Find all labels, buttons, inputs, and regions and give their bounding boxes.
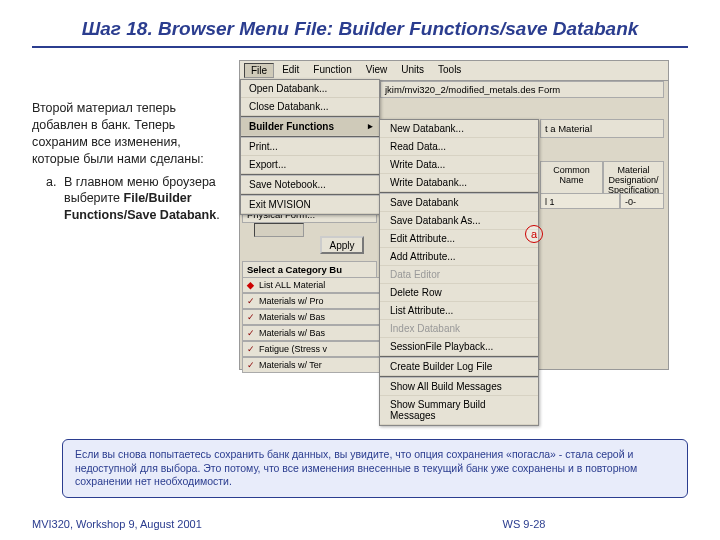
file-open-databank[interactable]: Open Databank... [241, 80, 379, 98]
file-close-databank[interactable]: Close Databank... [241, 98, 379, 116]
submenu-item[interactable]: Add Attribute... [380, 248, 538, 266]
menu-file[interactable]: File [244, 63, 274, 78]
submenu-item[interactable]: Save Databank As... [380, 212, 538, 230]
list-item[interactable]: ✓Materials w/ Bas [242, 309, 402, 325]
list-item[interactable]: ✓Materials w/ Ter [242, 357, 402, 373]
list-item-label: Fatigue (Stress v [259, 344, 327, 354]
file-builder-functions[interactable]: Builder Functions [241, 118, 379, 136]
submenu-item: Index Databank [380, 320, 538, 338]
title-rule [32, 46, 688, 48]
check-icon: ✓ [247, 345, 255, 353]
footer-left: MVI320, Workshop 9, August 2001 [32, 518, 360, 530]
menu-units[interactable]: Units [395, 63, 430, 78]
check-icon: ✓ [247, 297, 255, 305]
submenu-item[interactable]: Show All Build Messages [380, 378, 538, 396]
file-dropdown: Open Databank... Close Databank... Build… [240, 79, 380, 215]
footer-center: WS 9-28 [360, 518, 688, 530]
body-text: Второй материал теперь добавлен в банк. … [32, 60, 227, 370]
list-item-a: В главном меню броузера выберите File/Bu… [64, 174, 227, 225]
builder-submenu: New Databank...Read Data...Write Data...… [379, 119, 539, 426]
submenu-item[interactable]: Read Data... [380, 138, 538, 156]
check-icon: ✓ [247, 329, 255, 337]
submenu-item[interactable]: Write Databank... [380, 174, 538, 192]
submenu-item[interactable]: Delete Row [380, 284, 538, 302]
menu-view[interactable]: View [360, 63, 394, 78]
footer: MVI320, Workshop 9, August 2001 WS 9-28 [32, 518, 688, 530]
list-a-post: . [216, 208, 219, 222]
list-item-label: Materials w/ Bas [259, 312, 325, 322]
file-save-notebook[interactable]: Save Notebook... [241, 176, 379, 194]
file-exit[interactable]: Exit MVISION [241, 196, 379, 214]
submenu-item[interactable]: New Databank... [380, 120, 538, 138]
menu-function[interactable]: Function [307, 63, 357, 78]
select-material-row: t a Material [540, 119, 664, 138]
td-designation: -0- [620, 193, 664, 209]
submenu-item[interactable]: List Attribute... [380, 302, 538, 320]
submenu-item[interactable]: SessionFile Playback... [380, 338, 538, 356]
file-print[interactable]: Print... [241, 138, 379, 156]
note-box: Если вы снова попытаетесь сохранить банк… [62, 439, 688, 498]
check-icon: ✓ [247, 313, 255, 321]
list-marker-a: a. [46, 174, 60, 225]
menubar: File Edit Function View Units Tools [240, 61, 668, 81]
list-item[interactable]: ✓Fatigue (Stress v [242, 341, 402, 357]
submenu-item[interactable]: Save Databank [380, 194, 538, 212]
screenshot: File Edit Function View Units Tools jkim… [239, 60, 669, 370]
check-icon: ✓ [247, 361, 255, 369]
apply-button[interactable]: Apply [320, 236, 364, 254]
intro-paragraph: Второй материал теперь добавлен в банк. … [32, 100, 227, 168]
file-export[interactable]: Export... [241, 156, 379, 174]
path-bar: jkim/mvi320_2/modified_metals.des Form [380, 81, 664, 98]
diamond-icon: ◆ [247, 281, 255, 289]
list-item[interactable]: ◆List ALL Material [242, 277, 402, 293]
list-item-label: List ALL Material [259, 280, 325, 290]
list-item-label: Materials w/ Ter [259, 360, 322, 370]
submenu-item: Data Editor [380, 266, 538, 284]
slide-title: Шаг 18. Browser Menu File: Builder Funct… [32, 18, 688, 40]
menu-edit[interactable]: Edit [276, 63, 305, 78]
submenu-item[interactable]: Edit Attribute... [380, 230, 538, 248]
category-label: Select a Category Bu [242, 261, 377, 278]
list-item-label: Materials w/ Pro [259, 296, 324, 306]
annotation-a: a [525, 225, 543, 243]
list-item-label: Materials w/ Bas [259, 328, 325, 338]
list-item[interactable]: ✓Materials w/ Pro [242, 293, 402, 309]
submenu-item[interactable]: Show Summary Build Messages [380, 396, 538, 425]
submenu-item[interactable]: Write Data... [380, 156, 538, 174]
submenu-item[interactable]: Create Builder Log File [380, 358, 538, 376]
table-row: l 1 -0- [540, 193, 664, 209]
physical-form-dropdown[interactable] [254, 223, 304, 237]
td-common-name: l 1 [540, 193, 620, 209]
category-list: ◆List ALL Material✓Materials w/ Pro✓Mate… [242, 277, 402, 373]
menu-tools[interactable]: Tools [432, 63, 467, 78]
list-item[interactable]: ✓Materials w/ Bas [242, 325, 402, 341]
